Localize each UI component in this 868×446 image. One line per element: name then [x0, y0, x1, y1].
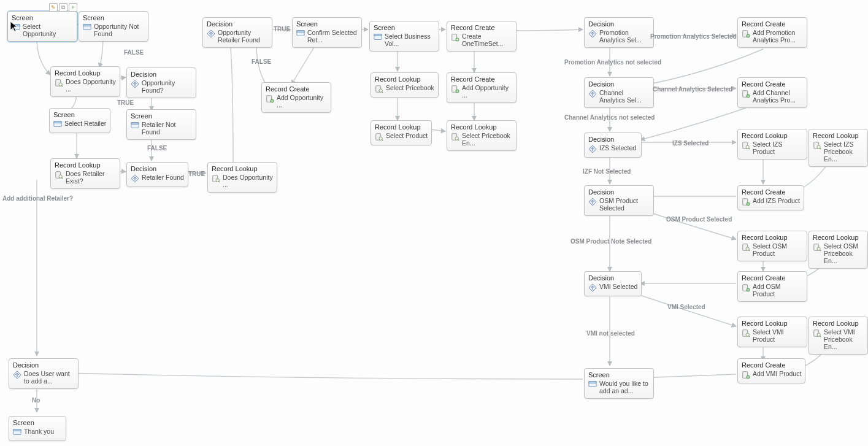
screen-icon	[374, 33, 382, 42]
node-label: Select IZS Product	[753, 140, 803, 155]
edge-label-l9: Promotion Analytics not selected	[564, 59, 661, 66]
node-label: Opportunity Not Found	[94, 23, 144, 37]
svg-line-58	[748, 336, 750, 337]
duplicate-button[interactable]: ⧉	[59, 3, 67, 12]
flow-node-n1[interactable]: ✎⧉+ScreenSelect Opportunity	[7, 11, 77, 42]
flow-node-n32[interactable]: DecisionVMI Selected	[584, 271, 642, 296]
edge-label-l15: OSM Product Note Selected	[570, 238, 651, 245]
flow-node-n3[interactable]: Record LookupDoes Opportunity ...	[50, 66, 120, 97]
node-label: Add IZS Product	[753, 197, 800, 204]
svg-rect-1	[12, 25, 20, 26]
edge-label-l12: IZS Selected	[672, 140, 709, 147]
screen-icon	[53, 120, 62, 129]
flow-node-n24[interactable]: Record LookupSelect IZS Product	[737, 129, 807, 160]
node-type: Record Lookup	[742, 320, 803, 327]
node-type: Record Create	[742, 188, 800, 196]
flow-node-n36[interactable]: ScreenWould you like to add an ad...	[584, 368, 654, 399]
flow-node-n30[interactable]: Record LookupSelect OSM Pricebook En...	[808, 231, 868, 269]
node-type: Screen	[12, 14, 73, 21]
svg-rect-18	[297, 31, 304, 33]
flow-canvas[interactable]: { "types": { "screen": "Screen", "decisi…	[0, 0, 868, 446]
lookup-icon	[451, 133, 459, 141]
flow-node-n5[interactable]: ScreenSelect Retailer	[49, 108, 110, 133]
node-type: Record Create	[742, 20, 803, 28]
create-icon	[742, 29, 750, 38]
flow-node-n12[interactable]: Record CreateAdd Opportunity ...	[261, 82, 331, 113]
edge-label-l3: TRUE	[117, 99, 134, 106]
flow-node-n34[interactable]: Record LookupSelect VMI Pricebook En...	[808, 317, 868, 355]
node-type: Record Lookup	[742, 132, 803, 139]
svg-rect-8	[54, 121, 61, 123]
edge-label-l6: TRUE	[188, 171, 205, 177]
flow-node-n37[interactable]: ScreenThank you	[9, 416, 66, 441]
node-label: Add VMI Product	[753, 370, 801, 377]
node-type: Record Create	[742, 274, 803, 282]
svg-line-61	[820, 336, 821, 337]
flow-node-n25[interactable]: Record LookupSelect IZS Pricebook En...	[808, 129, 868, 167]
flow-node-n23[interactable]: DecisionIZS Selected	[584, 133, 642, 158]
node-type: Record Create	[451, 75, 512, 83]
flow-node-n15[interactable]: Record LookupSelect Product	[371, 120, 432, 145]
add-button[interactable]: +	[69, 3, 77, 12]
flow-node-n4[interactable]: DecisionOpportunity Found?	[126, 67, 196, 98]
flow-node-n27[interactable]: DecisionOSM Product Selected	[584, 185, 654, 216]
node-type: Decision	[588, 80, 650, 88]
create-icon	[451, 85, 459, 93]
flow-node-n14[interactable]: Record LookupSelect Pricebook	[371, 72, 439, 98]
node-label: Select VMI Product	[753, 328, 803, 343]
node-type: Decision	[131, 71, 192, 78]
node-type: Decision	[588, 136, 637, 143]
flow-node-n31[interactable]: Record CreateAdd OSM Product	[737, 271, 807, 302]
node-label: Opportunity Found?	[142, 79, 192, 94]
edge-label-l14: OSM Product Selected	[666, 216, 732, 223]
edge-label-l1: TRUE	[274, 26, 290, 33]
edit-button[interactable]: ✎	[49, 3, 58, 12]
flow-node-n18[interactable]: Record LookupSelect Pricebook En...	[447, 120, 517, 151]
flow-node-n33[interactable]: Record LookupSelect VMI Product	[737, 317, 807, 347]
node-type: Record Create	[451, 24, 512, 31]
svg-line-25	[382, 91, 383, 93]
node-label: Channel Analytics Sel...	[599, 89, 650, 104]
node-label: Select Retailer	[64, 120, 106, 127]
node-type: Record Lookup	[375, 123, 428, 131]
flow-node-n13[interactable]: ScreenSelect Business Vol...	[369, 21, 439, 52]
lookup-icon	[375, 133, 383, 141]
node-label: Select Pricebook En...	[462, 132, 512, 147]
svg-line-53	[820, 250, 821, 251]
flow-node-n17[interactable]: Record CreateAdd Opportunity ...	[447, 72, 517, 103]
flow-node-n20[interactable]: Record CreateAdd Promotion Analytics Pro…	[737, 17, 807, 48]
flow-node-n8[interactable]: DecisionRetailer Found	[126, 162, 188, 187]
flow-node-n19[interactable]: DecisionPromotion Analytics Sel...	[584, 17, 654, 48]
flow-node-n10[interactable]: DecisionOpportunity Retailer Found	[202, 17, 272, 48]
screen-icon	[83, 23, 91, 32]
flow-node-n28[interactable]: Record CreateAdd IZS Product	[737, 185, 804, 210]
lookup-icon	[375, 85, 383, 93]
flow-node-n21[interactable]: DecisionChannel Analytics Sel...	[584, 77, 654, 108]
node-label: Select Pricebook	[386, 84, 434, 91]
flow-node-n6[interactable]: ScreenRetailer Not Found	[126, 109, 196, 140]
flow-node-n9[interactable]: Record LookupDoes Opportunity ...	[207, 162, 277, 193]
flow-node-n26[interactable]: DecisionDoes User want to add a...	[9, 358, 79, 389]
flow-node-n29[interactable]: Record LookupSelect OSM Product	[737, 231, 807, 261]
node-toolbar: ✎⧉+	[49, 3, 77, 12]
node-label: Retailer Found	[142, 174, 184, 181]
node-type: Record Create	[742, 361, 801, 369]
lookup-icon	[742, 243, 750, 252]
node-type: Record Lookup	[55, 161, 116, 169]
node-type: Record Create	[266, 85, 327, 93]
node-label: Add Opportunity ...	[462, 84, 512, 99]
edge-label-l18: No	[32, 397, 40, 404]
node-label: OSM Product Selected	[599, 197, 650, 212]
node-label: Select OSM Pricebook En...	[824, 242, 864, 264]
flow-node-n16[interactable]: Record CreateCreate OneTimeSet...	[447, 21, 517, 52]
flow-node-n2[interactable]: ScreenOpportunity Not Found	[79, 11, 148, 42]
decision-icon	[131, 80, 139, 88]
node-type: Record Lookup	[375, 75, 434, 83]
flow-node-n22[interactable]: Record CreateAdd Channel Analytics Pro..…	[737, 77, 807, 108]
node-label: Does Opportunity ...	[66, 78, 116, 93]
flow-node-n7[interactable]: Record LookupDoes Retailer Exist?	[50, 158, 120, 189]
node-type: Record Lookup	[742, 234, 803, 241]
create-icon	[742, 283, 750, 292]
flow-node-n35[interactable]: Record CreateAdd VMI Product	[737, 358, 805, 383]
flow-node-n11[interactable]: ScreenConfirm Selected Ret...	[292, 17, 362, 48]
